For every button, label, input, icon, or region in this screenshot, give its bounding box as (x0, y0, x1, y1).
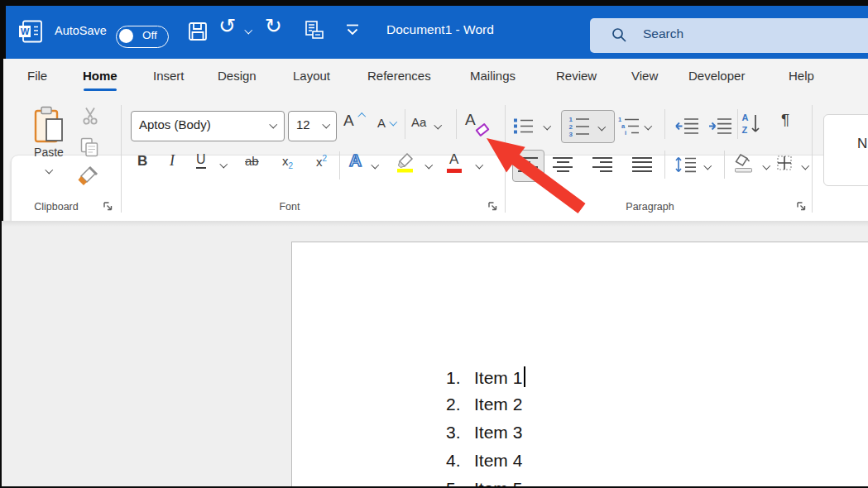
bullets-icon[interactable] (514, 117, 534, 134)
group-separator (812, 105, 813, 213)
font-color-button[interactable]: A (449, 151, 458, 168)
sort-letter-a: A (742, 112, 749, 122)
clear-formatting-eraser-icon (475, 123, 489, 136)
superscript-button[interactable]: x2 (316, 154, 327, 169)
change-case-dropdown-icon[interactable] (434, 122, 442, 130)
document-page[interactable]: 1.Item 12.Item 23.Item 34.Item 45.Item 5 (291, 242, 868, 488)
highlight-color-dropdown-icon[interactable] (425, 162, 433, 170)
align-right-icon[interactable] (592, 157, 612, 175)
word-app-icon[interactable]: W (18, 20, 43, 45)
paste-icon[interactable] (33, 105, 66, 144)
print-preview-icon[interactable] (303, 20, 324, 41)
grow-font-button[interactable]: A (343, 112, 354, 130)
borders-icon[interactable] (777, 155, 792, 170)
font-size-combobox[interactable]: 12 (288, 111, 337, 141)
list-item-number: 3. (446, 423, 474, 443)
paragraph-dialog-launcher-icon[interactable] (796, 201, 807, 212)
line-spacing-icon[interactable] (675, 156, 697, 173)
sort-icon[interactable]: A Z (741, 112, 761, 135)
autosave-toggle[interactable]: Off (116, 26, 169, 48)
tab-design[interactable]: Design (218, 59, 257, 95)
tab-developer[interactable]: Developer (688, 59, 745, 95)
tab-insert[interactable]: Insert (153, 59, 185, 95)
font-name-combobox[interactable]: Aptos (Body) (131, 111, 285, 141)
align-center-icon[interactable] (553, 157, 573, 175)
redo-icon[interactable]: ↻ (265, 14, 282, 38)
change-case-button[interactable]: Aa (411, 115, 426, 129)
font-name-dropdown-icon[interactable] (270, 122, 277, 129)
subscript-digit: 2 (289, 161, 294, 170)
tab-file[interactable]: File (27, 59, 47, 95)
cut-icon[interactable] (82, 107, 98, 126)
tab-review[interactable]: Review (556, 59, 597, 95)
superscript-digit: 2 (323, 154, 328, 163)
multilevel-dropdown-icon[interactable] (645, 123, 652, 131)
separator (456, 109, 457, 139)
underline-dropdown-icon[interactable] (220, 161, 228, 169)
list-item[interactable]: 1.Item 1 (446, 366, 525, 388)
text-effects-dropdown-icon[interactable] (372, 162, 379, 170)
strikethrough-button[interactable]: ab (245, 154, 259, 168)
italic-button[interactable]: I (170, 152, 175, 170)
sort-letter-z: Z (742, 125, 748, 135)
multilevel-list-icon[interactable]: 1 a i (618, 116, 640, 136)
font-size-dropdown-icon[interactable] (323, 122, 330, 129)
text-effects-button[interactable]: A (349, 151, 362, 170)
font-color-dropdown-icon[interactable] (476, 162, 483, 170)
search-input[interactable]: Search (590, 18, 868, 53)
shading-icon[interactable] (734, 154, 754, 174)
increase-indent-icon[interactable] (708, 117, 731, 134)
bullets-dropdown-icon[interactable] (544, 123, 551, 131)
shrink-font-button[interactable]: A (377, 116, 386, 130)
paragraph-group-label: Paragraph (611, 201, 689, 213)
list-item[interactable]: 4.Item 4 (446, 451, 522, 471)
highlight-color-icon[interactable] (395, 151, 418, 173)
paste-button[interactable]: Paste (23, 146, 74, 159)
window-border-left (0, 59, 3, 221)
list-item[interactable]: 2.Item 2 (446, 395, 522, 414)
ribbon-zone: FileHomeInsertDesignLayoutReferencesMail… (0, 59, 868, 221)
bold-button[interactable]: B (137, 153, 147, 170)
align-left-icon[interactable] (518, 157, 538, 175)
decrease-indent-icon[interactable] (675, 117, 698, 134)
list-item-text: Item 2 (474, 395, 522, 414)
tab-view[interactable]: View (631, 59, 658, 95)
save-icon[interactable] (188, 22, 208, 41)
subscript-button[interactable]: x2 (282, 154, 293, 170)
justify-icon[interactable] (632, 157, 652, 175)
tab-help[interactable]: Help (789, 59, 814, 95)
shading-dropdown-icon[interactable] (763, 163, 770, 170)
borders-dropdown-icon[interactable] (802, 163, 809, 170)
paste-dropdown-icon[interactable] (46, 167, 53, 175)
text-cursor (524, 366, 525, 387)
show-formatting-marks-button[interactable]: ¶ (781, 111, 789, 129)
list-item[interactable]: 3.Item 3 (446, 423, 522, 443)
numbering-digit: 3 (569, 131, 573, 138)
font-dialog-launcher-icon[interactable] (487, 201, 498, 212)
clipboard-dialog-launcher-icon[interactable] (103, 201, 113, 212)
clipboard-group-label: Clipboard (23, 201, 89, 213)
clear-formatting-button[interactable]: A (465, 111, 476, 129)
tab-home[interactable]: Home (83, 59, 117, 95)
customize-quick-access-toolbar-icon[interactable] (344, 23, 361, 38)
ribbon-tab-row: FileHomeInsertDesignLayoutReferencesMail… (0, 59, 868, 95)
multilevel-mark: i (625, 129, 626, 136)
tab-references[interactable]: References (367, 59, 431, 95)
autosave-label: AutoSave (55, 24, 107, 37)
underline-button[interactable]: U (196, 152, 206, 169)
numbering-icon[interactable]: 1 2 3 (568, 115, 590, 136)
copy-icon[interactable] (80, 137, 98, 157)
window-border-left (0, 221, 2, 486)
format-painter-icon[interactable] (79, 166, 98, 186)
line-spacing-dropdown-icon[interactable] (704, 163, 712, 170)
shrink-font-caret-icon (390, 119, 397, 127)
list-item-text: Item 4 (474, 451, 522, 470)
undo-dropdown-icon[interactable] (245, 27, 252, 35)
tab-mailings[interactable]: Mailings (470, 59, 516, 95)
tab-layout[interactable]: Layout (293, 59, 330, 95)
numbering-dropdown-icon[interactable] (598, 124, 606, 132)
window-border-top (0, 0, 868, 6)
undo-icon[interactable]: ↺ (218, 14, 236, 38)
font-group-label: Font (261, 201, 319, 213)
superscript-x: x (316, 155, 323, 169)
